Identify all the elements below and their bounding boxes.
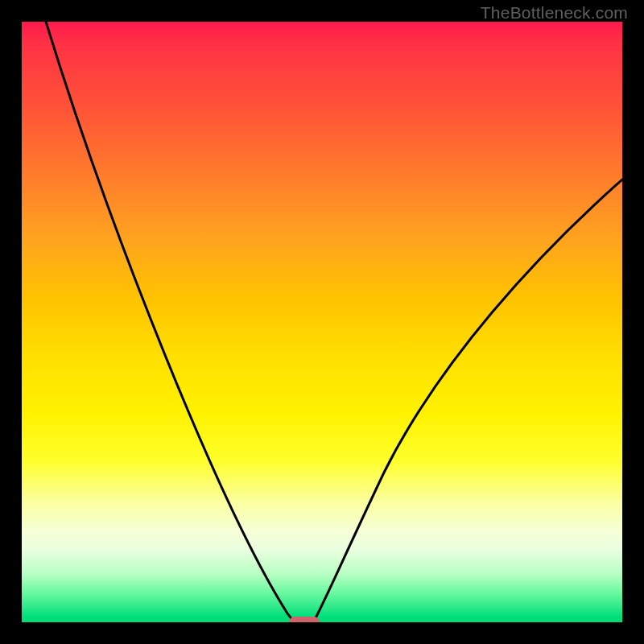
bottleneck-curves	[22, 22, 622, 622]
black-frame: TheBottleneck.com	[0, 0, 644, 644]
plot-area	[22, 22, 622, 622]
watermark-text: TheBottleneck.com	[481, 3, 628, 23]
right-curve	[313, 180, 622, 622]
optimum-marker	[289, 617, 320, 622]
left-curve	[46, 22, 295, 622]
